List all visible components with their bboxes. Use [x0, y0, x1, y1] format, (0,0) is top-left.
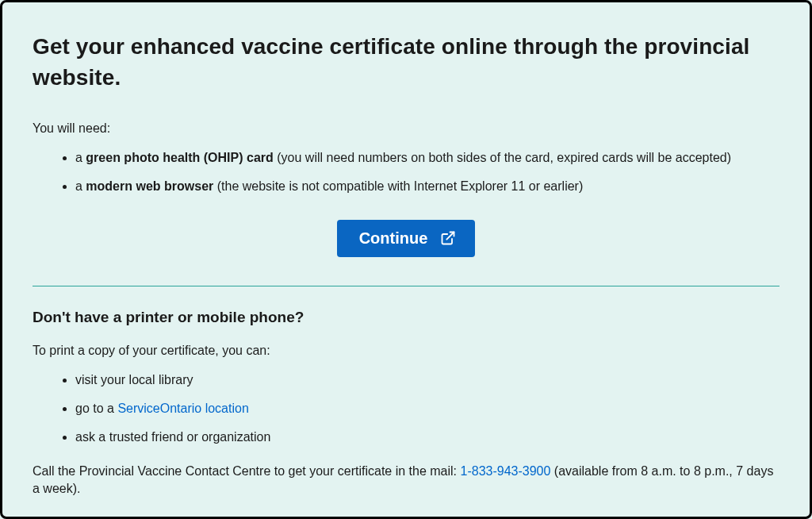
options-list: visit your local library go to a Service…	[33, 371, 779, 447]
continue-label: Continue	[359, 229, 428, 248]
section-divider	[33, 286, 779, 286]
req-bold: green photo health (OHIP) card	[86, 151, 273, 164]
footer-pre: Call the Provincial Vaccine Contact Cent…	[33, 464, 461, 478]
list-item: go to a ServiceOntario location	[75, 400, 779, 417]
list-item: a modern web browser (the website is not…	[75, 178, 779, 195]
subheading: Don't have a printer or mobile phone?	[33, 307, 779, 329]
list-item: ask a trusted friend or organization	[75, 429, 779, 446]
intro-text: You will need:	[33, 120, 779, 137]
requirements-list: a green photo health (OHIP) card (you wi…	[33, 149, 779, 196]
svg-line-0	[447, 233, 454, 240]
serviceontario-link[interactable]: ServiceOntario location	[117, 402, 248, 415]
req-suffix: (the website is not compatible with Inte…	[213, 179, 583, 193]
req-suffix: (you will need numbers on both sides of …	[274, 151, 731, 164]
phone-link[interactable]: 1-833-943-3900	[461, 464, 551, 478]
button-row: Continue	[33, 220, 779, 257]
footer-text: Call the Provincial Vaccine Contact Cent…	[33, 463, 779, 498]
req-prefix: a	[75, 179, 86, 193]
continue-button[interactable]: Continue	[337, 220, 476, 257]
req-prefix: a	[75, 151, 86, 164]
list-item: visit your local library	[75, 371, 779, 389]
list-item: a green photo health (OHIP) card (you wi…	[75, 149, 779, 167]
external-link-icon	[440, 230, 456, 246]
print-intro: To print a copy of your certificate, you…	[33, 342, 779, 359]
option-prefix: go to a	[75, 402, 117, 415]
req-bold: modern web browser	[86, 179, 213, 193]
page-title: Get your enhanced vaccine certificate on…	[33, 31, 779, 93]
